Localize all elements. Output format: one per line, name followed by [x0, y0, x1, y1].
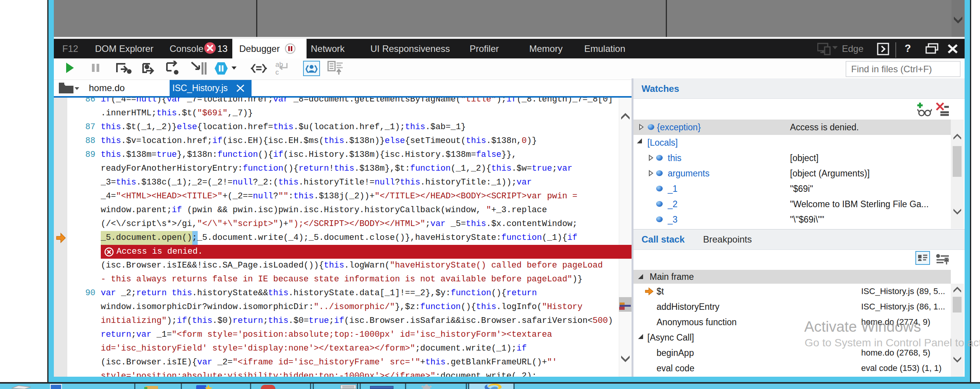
svg-text:c: c	[275, 68, 279, 76]
